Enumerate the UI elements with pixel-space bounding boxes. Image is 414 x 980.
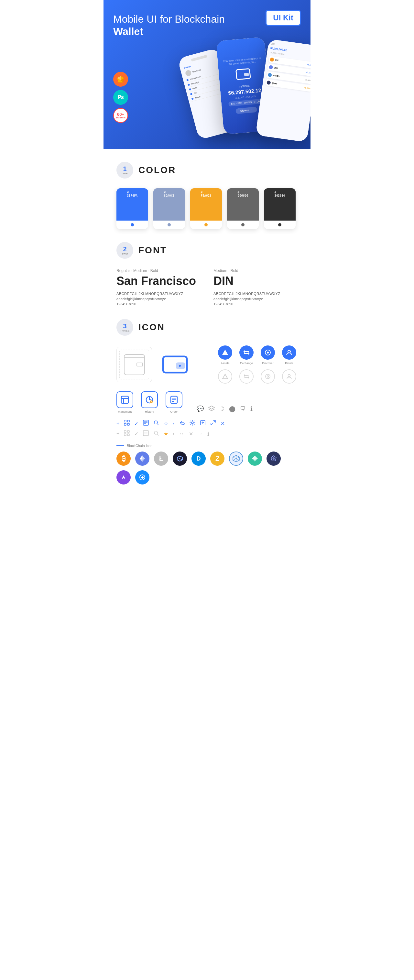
font-din-name: DIN (213, 274, 298, 288)
bitcoin-icon: ₿ (116, 452, 131, 466)
svg-rect-44 (124, 434, 126, 436)
hero-section: Mobile UI for Blockchain Wallet UI Kit P… (104, 0, 310, 149)
poa-icon (266, 452, 281, 466)
management-icon-item: Mangment (116, 391, 133, 414)
management-icon (116, 391, 133, 408)
color-swatch-blue: #3574FA (116, 188, 148, 221)
info-icon: ℹ (250, 405, 253, 414)
svg-line-39 (157, 424, 158, 425)
ui-kit-badge: UI Kit (266, 10, 301, 26)
color-swatch-orange: #F5A623 (190, 188, 222, 221)
history-icon-item: History (141, 391, 158, 414)
layers-icon (208, 405, 215, 414)
icon-blueprint-row: Assets Exchange Discover (116, 345, 298, 383)
svg-rect-30 (124, 420, 126, 422)
svg-line-56 (177, 457, 182, 460)
resize-icon (210, 420, 216, 427)
icon-profile: Profile (281, 345, 298, 365)
management-icon-label: Mangment (118, 410, 132, 414)
neo-icon (173, 452, 187, 466)
color-dot-blue (131, 223, 134, 226)
other-coin-icon (135, 470, 150, 485)
zcash-icon: Z (210, 452, 225, 466)
color-swatch-gray-blue: #8DA0C8 (153, 188, 185, 221)
blockchain-label: BlockChain Icon (116, 444, 298, 448)
photoshop-icon: Ps (113, 90, 128, 105)
font-din-lowercase: abcdefghijklmnopqrstuvwxyz (213, 297, 298, 301)
font-section-title: FONT (139, 245, 167, 256)
forward-gray-icon: → (197, 431, 203, 437)
icon-exchange: Exchange (238, 345, 255, 365)
sketch-icon (113, 72, 128, 87)
close-x-gray-icon: ✕ (189, 431, 193, 437)
chevron-left-icon: ‹ (173, 420, 174, 426)
search-icon (153, 420, 159, 427)
profile-icon (282, 345, 296, 360)
font-sf-uppercase: ABCDEFGHIJKLMNOPQRSTUVWXYZ (116, 292, 201, 296)
icon-assets: Assets (217, 345, 234, 365)
font-din: Medium · Bold DIN ABCDEFGHIJKLMNOPQRSTUV… (213, 269, 298, 306)
info-gray-icon: ℹ (207, 431, 209, 437)
double-arrow-gray-icon: ↔ (179, 431, 184, 437)
share-icon (179, 420, 185, 427)
icon-wireframe-wallet (124, 354, 145, 375)
font-sf-lowercase: abcdefghijklmnopqrstuvwxyz (116, 297, 201, 301)
litecoin-icon: Ł (154, 452, 168, 466)
close-icon: ✕ (221, 420, 225, 426)
font-din-uppercase: ABCDEFGHIJKLMNOPQRSTUVWXYZ (213, 292, 298, 296)
profile-outline-icon (282, 369, 296, 383)
moon-icon: ☽ (219, 405, 225, 414)
utility-icons-row-2: + ✓ ★ ‹ ↔ ✕ → ℹ (116, 430, 298, 437)
search-gray-icon (153, 430, 159, 437)
discover-icon (261, 345, 275, 360)
color-swatches-grid: #3574FA #8DA0C8 #F5A623 #666666 (116, 188, 298, 229)
check-gray-icon: ✓ (134, 431, 139, 437)
check-icon: ✓ (134, 420, 139, 426)
history-icon (141, 391, 158, 408)
font-section-header: 2 TWO FONT (116, 242, 298, 259)
svg-point-19 (288, 374, 290, 377)
wallet-svg-icon (161, 350, 189, 379)
color-card-blue: #3574FA (116, 188, 148, 229)
color-dot-gray-blue (167, 223, 171, 226)
svg-rect-9 (163, 360, 187, 360)
dash-icon: D (191, 452, 206, 466)
ethereum-icon (135, 452, 150, 466)
svg-point-11 (179, 365, 181, 367)
color-swatch-gray: #666666 (227, 188, 259, 221)
font-sf-name: San Francisco (116, 274, 201, 288)
blockchain-section: BlockChain Icon ₿ Ł D (116, 444, 298, 485)
icon-discover: Discover (260, 345, 276, 365)
grid-token-icon (229, 452, 243, 466)
svg-point-18 (267, 376, 269, 377)
section-3-badge: 3 THREE (116, 319, 133, 336)
plus-gray-icon: + (116, 431, 119, 437)
message-icon: 🗨 (240, 405, 246, 414)
order-icon-item: Order (166, 391, 182, 414)
matic-icon (116, 470, 131, 485)
svg-point-17 (266, 374, 270, 379)
named-icons-outline-row (217, 369, 298, 383)
upload-icon (200, 420, 206, 427)
grid-icon (124, 420, 130, 427)
svg-point-15 (288, 350, 290, 353)
font-din-numbers: 1234567890 (213, 302, 298, 306)
named-icons-filled-row: Assets Exchange Discover (217, 345, 298, 365)
font-sf: Regular · Medium · Bold San Francisco AB… (116, 269, 201, 306)
svg-marker-52 (140, 455, 142, 460)
chat-icon: 💬 (197, 405, 204, 414)
circle-icon: ⬤ (229, 405, 236, 414)
fonts-grid: Regular · Medium · Bold San Francisco AB… (116, 269, 298, 306)
font-din-styles: Medium · Bold (213, 269, 298, 273)
icon-profile-outline (281, 369, 298, 383)
grid-gray-icon (124, 430, 130, 437)
hero-tool-icons: Ps 60+ Screens (113, 72, 128, 123)
font-sf-styles: Regular · Medium · Bold (116, 269, 201, 273)
icon-blueprint-wireframe (116, 347, 152, 382)
assets-icon (218, 345, 232, 360)
svg-rect-42 (124, 431, 126, 433)
svg-marker-64 (272, 457, 275, 460)
color-section-title: COLOR (139, 165, 176, 175)
main-content: 1 ONE COLOR #3574FA #8DA0C8 #F5A623 (104, 149, 310, 498)
font-sf-numbers: 1234567890 (116, 302, 201, 306)
